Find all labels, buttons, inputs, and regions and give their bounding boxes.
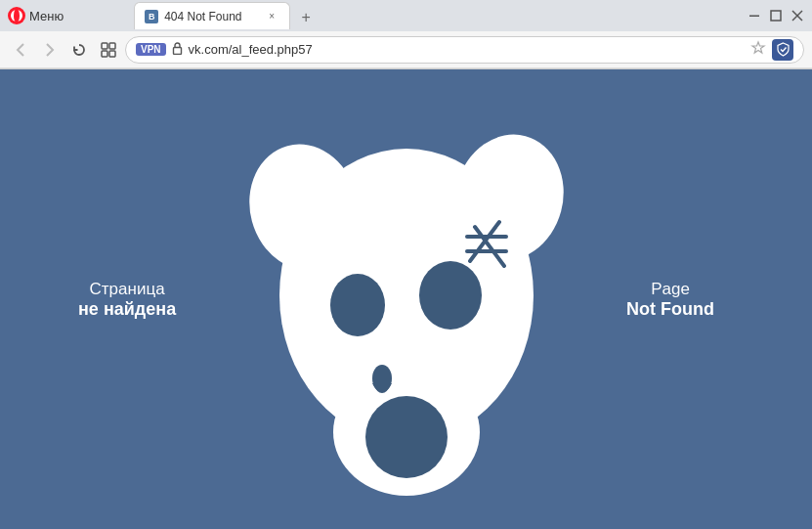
vk-dog-illustration	[231, 95, 582, 506]
menu-label: Меню	[29, 9, 64, 23]
tab-title: 404 Not Found	[164, 10, 258, 23]
active-tab[interactable]: B 404 Not Found ×	[134, 2, 290, 29]
back-button[interactable]	[8, 37, 33, 63]
tabs-button[interactable]	[96, 37, 121, 63]
left-error-text: Страница не найдена	[78, 280, 176, 320]
title-bar: Меню B 404 Not Found × +	[0, 0, 812, 31]
vpn-badge: VPN	[136, 43, 166, 56]
url-text: vk.com/al_feed.php57	[189, 42, 745, 57]
svg-point-13	[330, 274, 385, 336]
right-line2: Not Found	[626, 299, 714, 320]
lock-icon	[172, 42, 183, 58]
opera-logo	[8, 7, 25, 24]
maximize-button[interactable]	[769, 9, 783, 22]
address-bar[interactable]: VPN vk.com/al_feed.php57	[125, 36, 804, 64]
window-controls	[748, 9, 804, 22]
dog-svg	[240, 100, 573, 501]
svg-point-15	[365, 396, 448, 478]
tab-close-button[interactable]: ×	[264, 9, 279, 24]
minimize-button[interactable]	[748, 9, 761, 22]
svg-rect-8	[173, 47, 181, 54]
svg-rect-1	[771, 11, 781, 21]
tab-bar: B 404 Not Found × +	[75, 2, 748, 29]
close-button[interactable]	[791, 9, 804, 22]
tab-favicon: B	[145, 10, 158, 23]
page-content: Страница не найдена	[0, 69, 812, 529]
right-error-text: Page Not Found	[626, 280, 714, 320]
browser-chrome: Меню B 404 Not Found × +	[0, 0, 812, 69]
new-tab-button[interactable]: +	[294, 6, 318, 29]
opera-menu-button[interactable]: Меню	[8, 7, 64, 24]
forward-button[interactable]	[37, 37, 63, 63]
favorite-button[interactable]	[750, 40, 766, 59]
left-line2: не найдена	[78, 299, 176, 320]
reload-button[interactable]	[66, 37, 92, 63]
toolbar: VPN vk.com/al_feed.php57	[0, 31, 812, 68]
svg-rect-4	[102, 43, 107, 49]
left-line1: Страница	[78, 280, 176, 299]
svg-rect-6	[102, 51, 107, 57]
svg-point-14	[419, 261, 482, 330]
right-line1: Page	[626, 280, 714, 299]
svg-rect-7	[109, 51, 115, 57]
shield-button[interactable]	[772, 39, 793, 61]
svg-rect-5	[109, 43, 115, 49]
svg-rect-0	[749, 16, 759, 18]
